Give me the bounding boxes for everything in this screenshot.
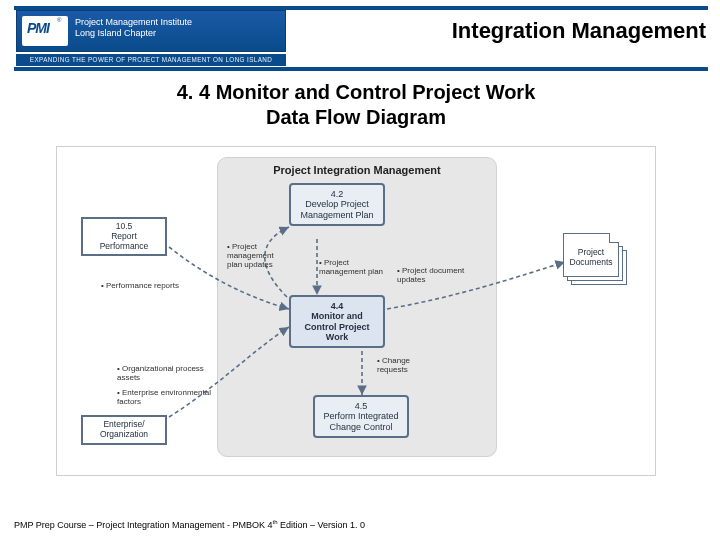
data-flow-diagram: Project Integration Management 4.2: [56, 146, 656, 476]
pim-container-title: Project Integration Management: [218, 158, 496, 176]
label-change-requests: Change requests: [377, 357, 437, 375]
label-performance-reports: Performance reports: [101, 282, 181, 291]
pmi-tagline: EXPANDING THE POWER OF PROJECT MANAGEMEN…: [16, 54, 286, 66]
process-4-4: 4.4 Monitor and Control Project Work: [289, 295, 385, 348]
process-4-2-name: Develop Project Management Plan: [300, 199, 373, 219]
process-10-5-name: Report Performance: [100, 231, 149, 251]
label-pm-plan-updates: Project management plan updates: [227, 243, 287, 269]
process-4-5-name: Perform Integrated Change Control: [323, 411, 398, 431]
process-4-2-num: 4.2: [295, 189, 379, 199]
label-opa: Organizational process assets: [117, 365, 217, 383]
enterprise-organization-label: Enterprise/ Organization: [100, 419, 148, 439]
pmi-org-text: Project Management Institute Long Island…: [75, 17, 192, 39]
org-line-2: Long Island Chapter: [75, 28, 156, 38]
org-line-1: Project Management Institute: [75, 17, 192, 27]
footer-text-b: Edition – Version 1. 0: [277, 520, 365, 530]
process-10-5: 10.5 Report Performance: [81, 217, 167, 256]
label-doc-updates: Project document updates: [397, 267, 477, 285]
footer-text-a: PMP Prep Course – Project Integration Ma…: [14, 520, 272, 530]
process-4-5: 4.5 Perform Integrated Change Control: [313, 395, 409, 438]
label-eef: Enterprise environmental factors: [117, 389, 217, 407]
process-10-5-num: 10.5: [116, 221, 133, 231]
page-title: Integration Management: [452, 18, 706, 44]
process-4-4-num: 4.4: [295, 301, 379, 311]
slide-title: 4. 4 Monitor and Control Project Work Da…: [66, 80, 646, 130]
project-documents: Project Documents: [563, 233, 629, 285]
process-4-4-name: Monitor and Control Project Work: [304, 311, 369, 342]
slide-title-line2: Data Flow Diagram: [266, 106, 446, 128]
pmi-logo: PMI ® Project Management Institute Long …: [16, 10, 286, 52]
header-bottom-rule: [14, 67, 708, 71]
process-4-2: 4.2 Develop Project Management Plan: [289, 183, 385, 226]
registered-icon: ®: [57, 17, 61, 23]
pmi-text: PMI: [27, 20, 49, 36]
slide-title-line1: 4. 4 Monitor and Control Project Work: [177, 81, 536, 103]
process-4-5-num: 4.5: [319, 401, 403, 411]
header: PMI ® Project Management Institute Long …: [0, 0, 720, 67]
project-documents-label: Project Documents: [563, 247, 619, 267]
footer: PMP Prep Course – Project Integration Ma…: [14, 519, 365, 530]
label-pm-plan: Project management plan: [319, 259, 389, 277]
enterprise-organization: Enterprise/ Organization: [81, 415, 167, 445]
